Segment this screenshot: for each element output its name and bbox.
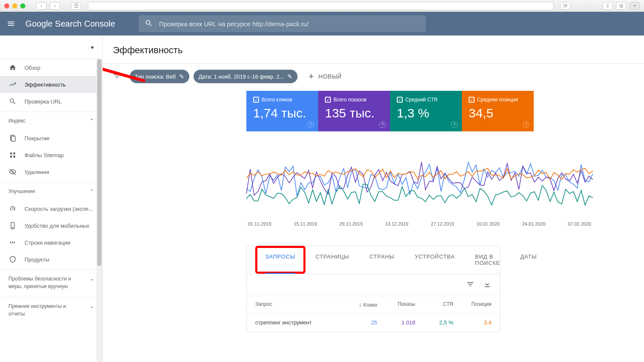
sidebar-label: Продукты [25,256,49,263]
url-bar[interactable] [88,2,554,10]
minimize-window-button[interactable] [12,3,17,8]
x-tick-label: 29.11.2019 [339,221,363,226]
col-header-ctr[interactable]: CTR [415,301,453,308]
card-total-clicks[interactable]: ✓Всего кликов 1,74 тыс. ? [246,91,318,131]
sidebar-item-speed[interactable]: Скорость загрузки (экспе... [0,200,102,217]
sidebar-section-security[interactable]: Проблемы безопасности и меры, принятые в… [0,269,102,295]
url-search-box[interactable] [139,15,426,32]
pencil-icon: ✎ [179,73,184,80]
checkbox-icon: ✓ [325,97,331,103]
chevron-up-icon: ⌃ [90,118,94,124]
sidebar-item-overview[interactable]: Обзор [0,59,102,76]
x-tick-label: 24.01.2020 [522,221,546,226]
tabs-button[interactable]: ⧉ [616,2,626,10]
new-tab-button[interactable]: + [630,2,640,10]
url-search-input[interactable] [159,20,420,27]
download-icon[interactable] [483,280,491,290]
col-header-position[interactable]: Позиция [453,301,491,308]
sidebar-label: Файлы Sitemap [25,152,64,158]
back-button[interactable]: ‹ [36,2,46,10]
sidebar-label: Удобство для мобильных [25,223,90,229]
sidebar-item-products[interactable]: Продукты [0,251,102,268]
forward-button[interactable]: › [50,2,60,10]
page-title: Эффективность [103,35,644,64]
table-row[interactable]: стреппинг инструмент251 0182,5 %3,4 [247,313,500,332]
checkbox-icon: ✓ [469,97,475,103]
plus-icon: + [308,71,314,82]
card-total-impressions[interactable]: ✓Всего показов 135 тыс. ? [318,91,390,131]
sidebar-section-legacy[interactable]: Прежние инструменты и отчеты ⌄ [0,297,102,323]
sidebar-item-sitemaps[interactable]: Файлы Sitemap [0,147,102,163]
x-tick-label: 13.12.2019 [385,221,408,226]
tab-устройства[interactable]: УСТРОЙСТВА [404,246,465,274]
chip-date-range[interactable]: Дата: 1 нояб. 2019 г.-16 февр. 2... ✎ [194,70,297,83]
add-filter-button[interactable]: + НОВЫЙ [308,71,342,82]
help-icon[interactable]: ? [451,121,458,128]
main-content: Эффективность Тип поиска: Веб ✎ Дата: 1 … [103,35,644,362]
chevron-down-icon: ⌄ [90,302,94,318]
product-icon [8,256,17,263]
svg-point-4 [12,228,13,229]
share-button[interactable]: ⇪ [603,2,613,10]
svg-rect-1 [11,136,15,142]
chevron-down-icon: ⌄ [90,275,94,290]
pencil-icon: ✎ [287,73,292,80]
col-header-impressions[interactable]: Показы [377,301,415,308]
sidebar-toggle-button[interactable]: ☰ [71,2,81,10]
tab-запросы[interactable]: ЗАПРОСЫ [255,246,306,274]
speed-icon [8,205,17,212]
browser-chrome: ‹ › ☰ ⟳ ⇪ ⧉ + [0,0,644,12]
sidebar-item-url-inspect[interactable]: Проверка URL [0,93,102,110]
sidebar-label: Строки навигации [25,240,71,246]
help-icon[interactable]: ? [307,121,314,128]
filter-bar: Тип поиска: Веб ✎ Дата: 1 нояб. 2019 г.-… [103,64,644,91]
chip-search-type[interactable]: Тип поиска: Веб ✎ [130,70,189,83]
sidebar-item-performance[interactable]: Эффективность [0,76,102,93]
col-header-clicks[interactable]: ↓Клики [339,301,377,308]
close-window-button[interactable] [4,3,9,8]
property-selector[interactable]: ▾ [0,35,102,59]
sidebar-item-mobile[interactable]: Удобство для мобильных [0,217,102,234]
help-icon[interactable]: ? [379,121,386,128]
sidebar-item-coverage[interactable]: Покрытие [0,130,102,147]
search-icon [145,19,153,29]
maximize-window-button[interactable] [20,3,25,8]
metric-value: 135 тыс. [325,106,383,120]
sidebar-item-breadcrumbs[interactable]: Строки навигации [0,234,102,251]
pages-icon [8,134,17,142]
col-header-query[interactable]: Запрос [255,301,339,308]
visibility-off-icon [8,168,17,176]
sidebar-label: Скорость загрузки (экспе... [25,206,93,212]
hamburger-menu-icon[interactable] [3,16,19,31]
sidebar-label: Эффективность [25,82,66,88]
x-tick-label: 27.12.2019 [431,221,454,226]
sidebar-section-enhancements[interactable]: Улучшения ⌃ [0,182,102,200]
metric-value: 34,5 [469,106,527,120]
trend-icon [8,81,17,88]
metric-value: 1,3 % [397,106,455,120]
filter-icon[interactable] [113,72,126,82]
sort-desc-icon: ↓ [359,301,362,308]
sidebar-scrollbar-thumb[interactable] [97,59,101,266]
sitemap-icon [8,151,17,159]
filter-rows-icon[interactable] [466,280,475,290]
card-avg-position[interactable]: ✓Средняя позиция 34,5 ? [462,91,534,131]
performance-chart: 01.11.201915.11.201929.11.201913.12.2019… [246,140,593,237]
sidebar-section-index[interactable]: Индекс ⌃ [0,112,102,130]
help-icon[interactable]: ? [523,121,529,128]
sidebar-item-removals[interactable]: Удаления [0,163,102,180]
app-header: Google Search Console [0,12,644,35]
card-avg-ctr[interactable]: ✓Средний CTR 1,3 % ? [390,91,462,131]
tab-даты[interactable]: ДАТЫ [510,246,547,274]
data-table-card: ЗАПРОСЫСТРАНИЦЫСТРАНЫУСТРОЙСТВАВИД В ПОИ… [246,245,500,332]
sidebar: ▾ Обзор Эффективность Проверка URL Индек… [0,35,103,362]
reload-button[interactable]: ⟳ [560,2,570,10]
tab-вид в поиске[interactable]: ВИД В ПОИСКЕ [465,246,510,274]
tab-страницы[interactable]: СТРАНИЦЫ [306,246,360,274]
tab-страны[interactable]: СТРАНЫ [359,246,404,274]
dimension-tabs: ЗАПРОСЫСТРАНИЦЫСТРАНЫУСТРОЙСТВАВИД В ПОИ… [247,246,500,274]
metric-value: 1,74 тыс. [253,106,311,120]
metric-cards: ✓Всего кликов 1,74 тыс. ? ✓Всего показов… [246,91,534,131]
mobile-icon [8,222,17,229]
sidebar-label: Проверка URL [25,98,62,105]
